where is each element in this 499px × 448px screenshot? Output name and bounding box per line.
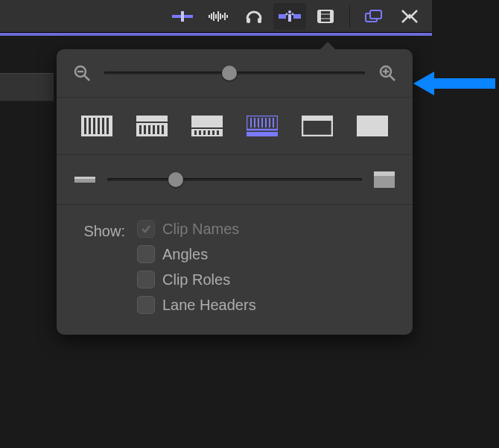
svg-rect-12 bbox=[258, 18, 261, 23]
svg-rect-57 bbox=[247, 132, 278, 136]
clip-height-large-icon bbox=[374, 171, 395, 188]
svg-rect-1 bbox=[181, 11, 184, 22]
zoom-slider-thumb[interactable] bbox=[222, 66, 237, 81]
svg-rect-20 bbox=[318, 10, 321, 22]
svg-rect-37 bbox=[98, 118, 100, 134]
svg-rect-3 bbox=[211, 13, 212, 19]
duplicate-window-button[interactable] bbox=[357, 3, 390, 30]
svg-rect-60 bbox=[258, 118, 259, 127]
svg-rect-10 bbox=[226, 15, 228, 18]
svg-rect-54 bbox=[212, 130, 214, 135]
svg-rect-14 bbox=[293, 14, 301, 19]
svg-rect-69 bbox=[74, 177, 95, 179]
svg-rect-64 bbox=[273, 118, 274, 127]
svg-rect-45 bbox=[153, 125, 155, 134]
svg-rect-35 bbox=[89, 118, 91, 134]
svg-rect-44 bbox=[148, 125, 150, 134]
svg-point-17 bbox=[292, 13, 294, 15]
label-angles: Angles bbox=[162, 246, 208, 263]
share-button[interactable] bbox=[393, 3, 426, 30]
svg-rect-42 bbox=[139, 125, 142, 134]
svg-rect-34 bbox=[84, 118, 86, 134]
clip-appearance-button[interactable] bbox=[273, 3, 306, 30]
svg-rect-48 bbox=[191, 116, 223, 127]
svg-rect-61 bbox=[261, 118, 263, 127]
svg-rect-53 bbox=[208, 130, 210, 135]
svg-rect-67 bbox=[357, 116, 388, 136]
svg-rect-11 bbox=[247, 18, 250, 23]
zoom-in-icon[interactable] bbox=[377, 63, 398, 83]
svg-rect-59 bbox=[254, 118, 255, 127]
timeline-ruler bbox=[0, 33, 432, 36]
svg-line-30 bbox=[390, 75, 395, 81]
appearance-filmstrip-only[interactable] bbox=[79, 114, 115, 138]
svg-rect-7 bbox=[220, 13, 221, 19]
callout-arrow bbox=[413, 69, 495, 98]
svg-rect-4 bbox=[213, 12, 214, 21]
svg-rect-25 bbox=[370, 10, 381, 19]
clip-height-slider[interactable] bbox=[107, 178, 362, 181]
svg-rect-66 bbox=[302, 116, 332, 121]
svg-rect-46 bbox=[157, 125, 159, 134]
checkbox-lane-headers[interactable] bbox=[137, 296, 155, 314]
svg-rect-36 bbox=[93, 118, 95, 134]
skimming-button[interactable] bbox=[166, 3, 199, 30]
zoom-slider[interactable] bbox=[104, 72, 365, 75]
appearance-filmstrip-small-audio[interactable] bbox=[189, 114, 225, 138]
svg-rect-40 bbox=[136, 116, 168, 122]
svg-rect-71 bbox=[374, 171, 395, 176]
svg-rect-63 bbox=[269, 118, 270, 127]
svg-rect-43 bbox=[144, 125, 146, 134]
label-clip-roles: Clip Roles bbox=[162, 271, 230, 288]
svg-rect-51 bbox=[199, 130, 201, 135]
svg-line-27 bbox=[84, 75, 89, 81]
svg-rect-62 bbox=[265, 118, 267, 127]
svg-rect-18 bbox=[288, 14, 291, 22]
checkbox-clip-names bbox=[137, 220, 155, 238]
zoom-out-icon[interactable] bbox=[71, 63, 92, 83]
svg-rect-8 bbox=[222, 15, 223, 18]
appearance-clip-only[interactable] bbox=[299, 114, 335, 138]
svg-rect-39 bbox=[107, 118, 109, 134]
svg-rect-50 bbox=[194, 130, 197, 135]
clip-height-slider-thumb[interactable] bbox=[168, 172, 183, 187]
clip-height-small-icon bbox=[74, 171, 95, 188]
audio-skimming-button[interactable] bbox=[202, 3, 235, 30]
solo-button[interactable] bbox=[238, 3, 270, 30]
label-lane-headers: Lane Headers bbox=[162, 297, 256, 314]
svg-point-15 bbox=[288, 10, 291, 13]
svg-rect-58 bbox=[250, 118, 252, 127]
svg-rect-55 bbox=[217, 130, 219, 135]
checkbox-angles[interactable] bbox=[137, 245, 155, 263]
show-label: Show: bbox=[71, 220, 125, 314]
clip-appearance-popover: Show: Clip Names Angles Clip Roles Lane … bbox=[57, 49, 413, 335]
svg-rect-6 bbox=[217, 11, 219, 22]
svg-rect-38 bbox=[102, 118, 104, 134]
timeline-index-button[interactable] bbox=[309, 3, 342, 30]
checkbox-clip-roles[interactable] bbox=[137, 271, 155, 288]
svg-rect-13 bbox=[279, 14, 286, 19]
svg-rect-2 bbox=[209, 15, 210, 18]
appearance-mode-row bbox=[57, 98, 413, 154]
appearance-solid[interactable] bbox=[355, 114, 390, 138]
label-clip-names: Clip Names bbox=[162, 221, 239, 238]
svg-rect-5 bbox=[215, 14, 217, 19]
top-toolbar bbox=[0, 0, 432, 33]
toolbar-separator bbox=[349, 6, 350, 27]
svg-point-16 bbox=[286, 13, 288, 15]
svg-rect-52 bbox=[203, 130, 206, 135]
timeline-track-header bbox=[0, 73, 54, 101]
show-options: Clip Names Angles Clip Roles Lane Header… bbox=[137, 220, 256, 314]
appearance-filmstrip-large-audio[interactable] bbox=[134, 114, 170, 138]
svg-rect-47 bbox=[162, 125, 164, 134]
svg-rect-9 bbox=[224, 13, 226, 20]
svg-rect-21 bbox=[330, 10, 333, 22]
appearance-split[interactable] bbox=[244, 114, 280, 138]
